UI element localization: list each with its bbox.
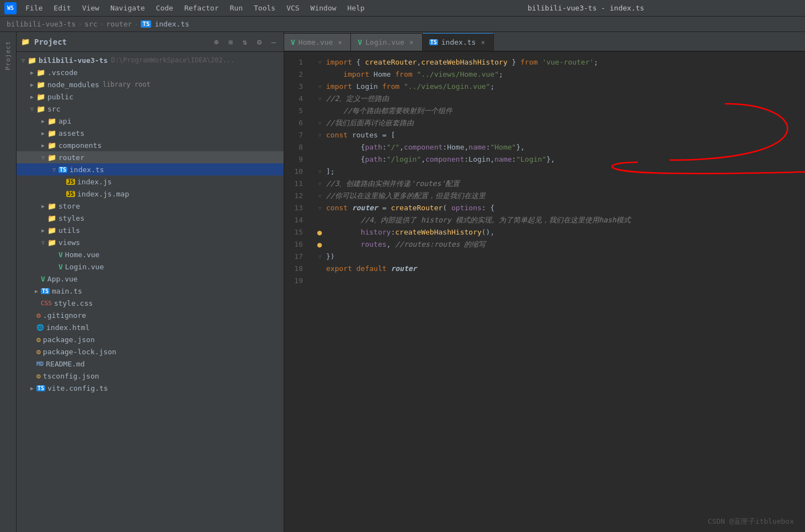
loginvue-arrow [50,264,58,270]
settings-icon[interactable]: ⚙ [254,36,265,47]
locate-icon[interactable]: ⊕ [211,36,222,47]
loginvue-tab-close[interactable]: × [408,39,415,46]
pkglock-label: package-lock.json [43,348,116,356]
code-line-4: ▽ //2、定义一些路由 [318,93,805,105]
breadcrumb-root[interactable]: bilibili-vue3-ts [7,20,76,28]
tree-style-css[interactable]: CSS style.css [17,297,284,309]
menu-view[interactable]: View [78,3,104,13]
git-icon: ⚙ [36,311,41,320]
tree-home-vue[interactable]: V Home.vue [17,248,284,260]
menu-run[interactable]: Run [226,3,247,13]
tree-tsconfig-json[interactable]: ⚙ tsconfig.json [17,370,284,382]
api-label: api [58,117,71,125]
project-label[interactable]: Project [4,36,12,75]
menu-bar: WS File Edit View Navigate Code Refactor… [0,0,805,17]
code-line-14: //4、内部提供了 history 模式的实现。为了简单起见，我们在这里使用ha… [318,214,805,226]
vscode-folder-icon: 📁 [36,68,45,77]
tree-components[interactable]: ▶ 📁 components [17,139,284,151]
tree-root[interactable]: ▽ 📁 bilibili-vue3-ts D:\ProgramWorkSpace… [17,54,284,66]
breadcrumb-router[interactable]: router [106,20,132,28]
menu-code[interactable]: Code [152,3,178,13]
editor-area: V Home.vue × V Login.vue × TS index.ts ×… [284,32,805,532]
loginvue-tab-icon: V [358,38,362,46]
tree-api[interactable]: ▶ 📁 api [17,115,284,127]
tree-index-js[interactable]: JS index.js [17,175,284,188]
warn-icon-15: ● [317,226,322,238]
menu-navigate[interactable]: Navigate [106,3,150,13]
tree-vite-config[interactable]: ▶ TS vite.config.ts [17,382,284,394]
breadcrumb-src[interactable]: src [84,20,97,28]
tree-app-vue[interactable]: V App.vue [17,273,284,285]
tree-assets[interactable]: ▶ 📁 assets [17,127,284,139]
indexts-tab-close[interactable]: × [479,39,487,46]
tree-vscode[interactable]: ▶ 📁 .vscode [17,66,284,78]
tree-node-modules[interactable]: ▶ 📁 node_modules library root [17,78,284,91]
src-arrow: ▽ [28,106,36,112]
expand-icon[interactable]: ⇅ [239,36,250,47]
appvue-arrow [32,276,41,282]
collapse-icon[interactable]: ≡ [225,36,236,47]
tree-styles[interactable]: 📁 styles [17,212,284,224]
menu-help[interactable]: Help [343,3,369,13]
tree-router[interactable]: ▽ 📁 router [17,151,284,163]
code-line-2: import Home from "../views/Home.vue"; [318,68,805,81]
tree-src[interactable]: ▽ 📁 src [17,103,284,115]
utils-folder-icon: 📁 [47,226,56,235]
code-line-6: ▽ //我们后面再讨论嵌套路由 [318,117,805,129]
menu-edit[interactable]: Edit [49,3,75,13]
tree-utils[interactable]: ▶ 📁 utils [17,224,284,236]
assets-label: assets [58,129,84,137]
tab-login-vue[interactable]: V Login.vue × [351,33,422,51]
sidebar-header: 📁 Project ⊕ ≡ ⇅ ⚙ — [17,32,284,52]
html-label: index.html [46,323,89,332]
tree-login-vue[interactable]: V Login.vue [17,260,284,273]
sidebar-title: Project [34,38,207,46]
tree-index-js-map[interactable]: JS index.js.map [17,188,284,200]
menu-window[interactable]: Window [306,3,341,13]
indexjsmap-label: index.js.map [77,190,129,198]
vite-label: vite.config.ts [47,384,108,392]
code-line-1: ▽ import { createRouter,createWebHashHis… [318,56,805,68]
tab-home-vue[interactable]: V Home.vue × [284,33,351,51]
code-line-7: ▽ const routes = [ [318,129,805,141]
api-folder-icon: 📁 [47,117,56,125]
nm-badge: library root [103,81,151,88]
git-label: .gitignore [43,311,86,320]
code-line-19 [318,275,805,287]
root-folder-icon: 📁 [28,56,36,65]
indexts-arrow: ▽ [50,167,58,173]
code-line-17: ▽ }) [318,251,805,263]
src-label: src [47,105,60,113]
menu-refactor[interactable]: Refactor [180,3,223,13]
tree-index-html[interactable]: 🌐 index.html [17,321,284,333]
tree-readme-md[interactable]: MD README.md [17,358,284,370]
css-arrow [32,300,41,306]
tree-index-ts[interactable]: ▽ TS index.ts [17,163,284,175]
menu-file[interactable]: File [21,3,47,13]
tree-public[interactable]: ▶ 📁 public [17,91,284,103]
menu-tools[interactable]: Tools [249,3,280,13]
indexjs-arrow [57,179,66,185]
hide-icon[interactable]: — [268,36,279,47]
views-label: views [58,238,80,247]
pkgjson-label: package.json [43,336,95,344]
tree-package-lock-json[interactable]: ⚙ package-lock.json [17,345,284,358]
tree-main-ts[interactable]: ▶ TS main.ts [17,285,284,297]
tab-index-ts[interactable]: TS index.ts × [423,33,494,51]
git-arrow [28,312,36,318]
code-editor[interactable]: 1 2 3 4 5 6 7 8 9 10 11 12 13 14 15 16 1… [284,52,805,532]
tree-package-json[interactable]: ⚙ package.json [17,333,284,345]
homevue-tab-close[interactable]: × [336,39,344,46]
project-folder-icon: 📁 [21,38,30,46]
store-folder-icon: 📁 [47,202,56,210]
tree-gitignore[interactable]: ⚙ .gitignore [17,309,284,321]
views-arrow: ▽ [39,240,47,246]
readme-label: README.md [46,360,84,368]
tree-views[interactable]: ▽ 📁 views [17,236,284,248]
styles-label: styles [58,214,84,222]
breadcrumb-file[interactable]: index.ts [154,20,189,28]
tree-store[interactable]: ▶ 📁 store [17,200,284,212]
router-arrow: ▽ [39,155,47,161]
menu-vcs[interactable]: VCS [282,3,303,13]
app-logo: WS [4,2,17,14]
